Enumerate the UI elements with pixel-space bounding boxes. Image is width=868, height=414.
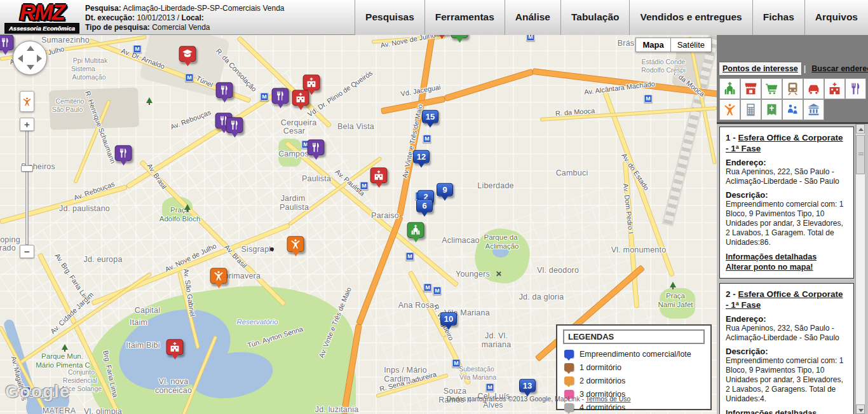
main-nav: PesquisasFerramentasAnáliseTabulaçãoVend… — [355, 0, 868, 35]
tree-icon — [62, 344, 68, 350]
tab-buscar-endereco[interactable]: Buscar endereço — [808, 62, 868, 75]
development-marker-6[interactable]: 6 — [416, 199, 433, 212]
map-label: Parque da — [484, 233, 517, 241]
legend-item: 4 dormitórios — [564, 401, 705, 414]
map-label: mariana — [482, 340, 512, 349]
map-type-mapa-button[interactable]: Mapa — [635, 38, 670, 52]
informacoes-detalhadas-link[interactable]: Informações detalhadas — [726, 252, 848, 261]
restaurant-pin[interactable] — [272, 88, 289, 104]
church-pin[interactable] — [407, 222, 424, 238]
restaurant-pin[interactable] — [0, 35, 14, 50]
map-label: Paulista — [302, 174, 331, 183]
scrollbar-up-arrow[interactable] — [856, 124, 865, 134]
listing-title-link[interactable]: Esfera Office & Corporate - 1ª Fase — [726, 289, 843, 310]
hospital-pin[interactable] — [370, 167, 388, 183]
listings-scrollbar[interactable] — [855, 124, 865, 414]
legend-marker-swatch — [564, 376, 574, 385]
listing-title-link[interactable]: Esfera Office & Corporate - 1ª Fase — [726, 133, 843, 153]
metro-station-icon: M — [423, 135, 431, 143]
gym-pin[interactable] — [287, 236, 304, 252]
poi-hospital-button[interactable] — [824, 78, 845, 99]
metro-station-icon: M — [133, 45, 142, 53]
poi-gym-button[interactable] — [719, 99, 740, 120]
map-label: Aclimacao — [442, 236, 479, 245]
nav-tabulacao[interactable]: Tabulação — [560, 0, 630, 35]
alterar-ponto-link[interactable]: Alterar ponto no mapa! — [726, 263, 848, 272]
poi-school-button[interactable] — [782, 99, 803, 120]
termos-de-uso-link[interactable]: Termos de Uso — [586, 395, 631, 403]
map-label: São Paulo — [52, 106, 83, 113]
descricao-label: Descrição: — [726, 347, 848, 356]
scrollbar-down-arrow[interactable] — [856, 404, 865, 414]
map-label: Jd. paulistano — [59, 204, 110, 213]
map-label: Inps / Mário — [384, 366, 427, 375]
map-label: Itaim Bibi — [126, 341, 159, 350]
search-info-line2: Dt. execução: 10/01/2013 / Local: — [85, 13, 285, 23]
development-marker-13[interactable]: 13 — [519, 379, 536, 392]
zoom-slider-handle[interactable] — [21, 165, 33, 172]
restaurant-pin[interactable] — [216, 82, 233, 98]
nav-fichas[interactable]: Fichas — [752, 0, 804, 35]
pegman-streetview-control[interactable] — [20, 91, 34, 112]
windmill-icon — [496, 271, 501, 277]
map-canvas[interactable]: Av. Dr. ArnaldoTúnelR. da ConsolaçãoR. H… — [0, 35, 717, 414]
metro-station-icon: M — [452, 359, 461, 368]
endereco-label: Endereço: — [726, 314, 848, 324]
restaurant-pin[interactable] — [226, 117, 243, 133]
restaurant-pin[interactable] — [308, 139, 325, 155]
development-marker-9[interactable]: 9 — [437, 183, 453, 197]
tab-pontos-de-interesse[interactable]: Pontos de interesse — [719, 62, 801, 75]
restaurant-pin[interactable] — [115, 145, 132, 161]
descricao-label: Descrição: — [726, 190, 848, 200]
descricao-value: Empreendimento comercial com: 1 Bloco, 9… — [726, 356, 848, 404]
development-marker-15[interactable]: 15 — [422, 110, 438, 123]
gym-pin[interactable] — [210, 268, 227, 284]
church-pin[interactable] — [451, 35, 468, 38]
map-label: Vila Mariana — [459, 373, 496, 381]
zoom-in-button[interactable]: + — [20, 118, 34, 131]
poi-train-button[interactable] — [782, 78, 803, 99]
poi-church-button[interactable] — [719, 78, 740, 99]
map-label: Jd. luzitania — [315, 405, 359, 414]
map-label: conceicao — [155, 386, 192, 395]
metro-station-icon: M — [486, 383, 494, 392]
poi-market-button[interactable] — [740, 78, 761, 99]
legend-item: Empreendimento comercial/lote — [564, 347, 705, 361]
endereco-value: Rua Apeninos, 232, São Paulo - Aclimação… — [726, 324, 848, 343]
listing-number: 1 - — [726, 133, 736, 142]
poi-restaurant-button[interactable] — [845, 78, 866, 99]
scrollbar-thumb[interactable] — [856, 135, 865, 174]
poi-public-building-button[interactable] — [803, 99, 824, 120]
nav-analise[interactable]: Análise — [505, 0, 560, 35]
map-type-satelite-button[interactable]: Satélite — [670, 38, 712, 52]
hospital-pin[interactable] — [292, 90, 309, 106]
nav-ferramentas[interactable]: Ferramentas — [424, 0, 505, 35]
nav-pesquisas[interactable]: Pesquisas — [355, 0, 424, 35]
legend-title: LEGENDAS — [563, 329, 705, 344]
map-label: Jardim — [281, 194, 306, 203]
map-pan-control[interactable] — [13, 41, 47, 75]
school-pin[interactable] — [179, 46, 196, 62]
map-label: Aclimação — [485, 242, 519, 250]
poi-religion-button[interactable] — [761, 99, 782, 120]
map-type-control: Mapa Satélite — [635, 38, 712, 52]
informacoes-detalhadas-link[interactable]: Informações detalhadas — [726, 409, 848, 414]
poi-bank-button[interactable] — [740, 99, 761, 120]
map-label: MATERA — [43, 406, 76, 414]
development-marker-12[interactable]: 12 — [413, 150, 430, 163]
nav-arquivos[interactable]: Arquivos — [804, 0, 868, 35]
zoom-out-button[interactable]: − — [20, 245, 34, 258]
hospital-pin[interactable] — [303, 74, 320, 90]
development-marker-10[interactable]: 10 — [440, 312, 457, 326]
poi-shopping-button[interactable] — [761, 78, 782, 99]
zoom-slider-track[interactable] — [25, 130, 29, 245]
map-attribution: Dados cartográficos ©2013 Google, MapLin… — [447, 395, 630, 403]
listings-panel: 1 - Esfera Office & Corporate - 1ª Fase … — [717, 122, 868, 414]
search-info-line3: Tipo de pesquisa: Comercial Venda — [85, 23, 285, 32]
hospital-pin[interactable] — [166, 339, 184, 355]
metro-station-icon: M — [527, 35, 535, 41]
poi-car-button[interactable] — [803, 78, 824, 99]
endereco-value: Rua Apeninos, 222, São Paulo - Aclimação… — [726, 167, 848, 186]
nav-vendidos-e-entregues[interactable]: Vendidos e entregues — [629, 0, 752, 35]
legend-marker-swatch — [564, 363, 574, 371]
